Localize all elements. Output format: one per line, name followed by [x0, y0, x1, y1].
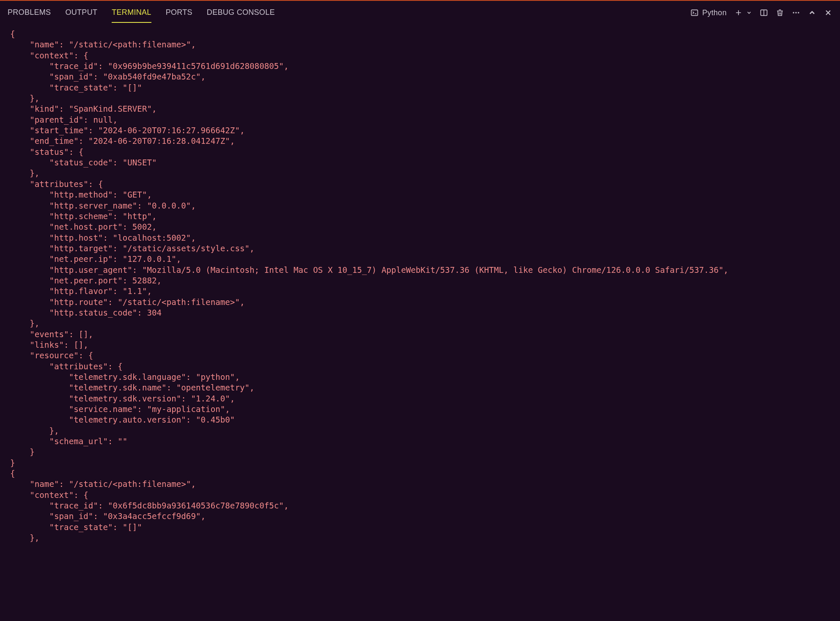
terminal-profile-selector[interactable]: Python: [690, 8, 727, 17]
terminal-viewport[interactable]: { "name": "/static/<path:filename>", "co…: [0, 25, 840, 621]
tab-debug-console[interactable]: DEBUG CONSOLE: [207, 3, 275, 23]
more-actions-icon[interactable]: [792, 8, 800, 17]
svg-point-3: [795, 12, 796, 13]
split-terminal-icon[interactable]: [760, 8, 768, 17]
terminal-icon: [690, 8, 699, 17]
kill-terminal-icon[interactable]: [776, 8, 784, 17]
tab-problems[interactable]: PROBLEMS: [8, 3, 51, 23]
svg-point-2: [793, 12, 794, 13]
svg-point-4: [798, 12, 799, 13]
new-terminal-icon[interactable]: [734, 8, 743, 17]
terminal-profile-label: Python: [702, 8, 727, 17]
chevron-down-icon[interactable]: [746, 10, 752, 16]
svg-rect-0: [692, 10, 698, 15]
close-panel-icon[interactable]: [824, 8, 832, 17]
tab-terminal[interactable]: TERMINAL: [112, 3, 151, 23]
terminal-output-text: { "name": "/static/<path:filename>", "co…: [10, 29, 830, 544]
tab-ports[interactable]: PORTS: [166, 3, 192, 23]
panel-tab-bar: PROBLEMS OUTPUT TERMINAL PORTS DEBUG CON…: [0, 1, 840, 25]
terminal-panel: PROBLEMS OUTPUT TERMINAL PORTS DEBUG CON…: [0, 0, 840, 621]
tab-output[interactable]: OUTPUT: [65, 3, 97, 23]
maximize-panel-icon[interactable]: [808, 8, 816, 17]
terminal-controls: Python: [690, 8, 832, 17]
